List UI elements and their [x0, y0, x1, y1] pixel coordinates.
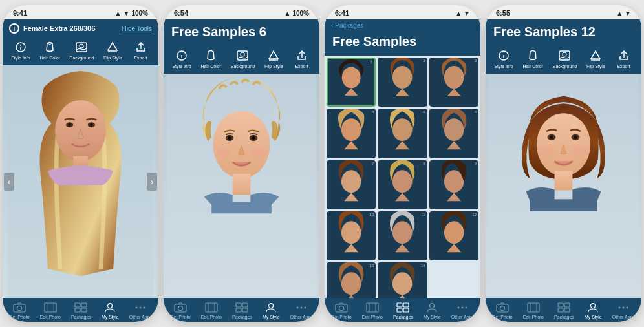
tab-other-apps-2[interactable]: Other Apps: [290, 302, 313, 319]
my-style-icon-4: [586, 302, 600, 313]
tab-packages-3[interactable]: Packages: [393, 302, 413, 319]
svg-point-123: [623, 307, 625, 309]
tab-edit-photo-4[interactable]: Edit Photo: [523, 302, 544, 319]
hair-cell-9[interactable]: 9: [429, 160, 478, 209]
wifi-3: ▼: [464, 10, 470, 17]
action-flip-4[interactable]: Flip Style: [586, 48, 605, 69]
action-hair-color-4[interactable]: Hair Color: [522, 48, 543, 69]
action-style-info-1[interactable]: i Style Info: [11, 40, 30, 60]
packages-icon-1: [74, 302, 88, 313]
svg-point-70: [392, 170, 413, 193]
tab-edit-photo-2[interactable]: Edit Photo: [201, 302, 222, 319]
arrow-left-1[interactable]: ‹: [4, 173, 14, 191]
action-label: Flip Style: [103, 56, 122, 60]
action-label: Style Info: [11, 56, 30, 60]
svg-marker-30: [269, 51, 278, 59]
action-label-2a: Style Info: [172, 64, 191, 69]
svg-marker-100: [591, 51, 600, 59]
toolbar-other-apps-1[interactable]: Other Apps: [129, 302, 152, 319]
tab-my-style-3[interactable]: My Style: [424, 302, 441, 319]
bottom-toolbar-1: Get Photo Edit Photo Packages My Style: [3, 298, 158, 322]
hair-cell-2[interactable]: 2: [378, 58, 427, 107]
other-apps-icon-2: [294, 302, 308, 313]
action-flip-2[interactable]: Flip Style: [264, 48, 283, 69]
hair-cell-12[interactable]: 12: [429, 211, 478, 260]
toolbar-edit-photo-1[interactable]: Edit Photo: [40, 302, 61, 319]
svg-point-54: [305, 307, 306, 309]
hair-cell-6[interactable]: 6: [429, 109, 478, 158]
flip-icon-2: [264, 48, 283, 63]
tab-edit-photo-3[interactable]: Edit Photo: [362, 302, 383, 319]
action-export-4[interactable]: Export: [615, 48, 633, 69]
hair-grid-scroll[interactable]: 1 2: [325, 56, 480, 298]
action-background-4[interactable]: Background: [553, 48, 577, 69]
action-background-2[interactable]: Background: [231, 48, 255, 69]
tab-other-apps-4[interactable]: Other Apps: [612, 302, 635, 319]
svg-point-108: [537, 145, 553, 156]
back-button-3[interactable]: ‹ Packages: [325, 19, 480, 32]
hair-cell-14[interactable]: 14: [378, 262, 427, 298]
cell-num-14: 14: [421, 264, 425, 268]
tab-my-style-2[interactable]: My Style: [263, 302, 280, 319]
svg-rect-21: [81, 308, 87, 312]
svg-point-74: [341, 221, 361, 244]
tab-get-photo-4[interactable]: Get Photo: [492, 302, 513, 319]
cell-num-7: 7: [372, 162, 374, 165]
info-icon-1[interactable]: i: [9, 23, 19, 34]
hair-cell-13[interactable]: 13: [327, 262, 376, 298]
action-label-2d: Flip Style: [264, 64, 283, 69]
tab-other-apps-3[interactable]: Other Apps: [451, 302, 474, 319]
hair-cell-4[interactable]: 4: [327, 109, 376, 158]
tab-packages-2[interactable]: Packages: [232, 302, 252, 319]
cell-num-12: 12: [472, 213, 477, 216]
svg-point-22: [108, 304, 113, 308]
action-style-info-4[interactable]: i Style Info: [494, 48, 513, 69]
other-apps-icon-4: [616, 302, 630, 313]
svg-rect-120: [564, 308, 570, 312]
cell-num-9: 9: [475, 162, 477, 165]
tab-my-style-4[interactable]: My Style: [585, 302, 602, 319]
svg-point-14: [17, 306, 21, 311]
signal-icon-2: ▲: [284, 10, 291, 17]
action-style-info-2[interactable]: i Style Info: [172, 48, 191, 69]
signal-icon-1: ▲: [115, 10, 122, 17]
edit-icon-3: [365, 302, 380, 313]
cell-num-5: 5: [423, 110, 425, 114]
hair-cell-8[interactable]: 8: [378, 160, 427, 209]
status-bar-1: 9:41 ▲ ▼ 100%: [3, 5, 158, 19]
hide-tools-btn[interactable]: Hide Tools: [122, 25, 152, 32]
toolbar-get-photo-1[interactable]: Get Photo: [9, 302, 30, 319]
packages-icon-4: [557, 302, 571, 313]
toolbar-my-style-1[interactable]: My Style: [102, 302, 119, 319]
arrow-right-1[interactable]: ›: [147, 173, 157, 191]
action-flip-style-1[interactable]: Flip Style: [103, 40, 122, 60]
action-export-2[interactable]: Export: [293, 48, 311, 69]
main-image-2: [164, 74, 319, 298]
toolbar-packages-1[interactable]: Packages: [71, 302, 91, 319]
screen-2: Free Samples 6 i Style Info Hair Color: [164, 19, 319, 322]
cell-num-10: 10: [370, 213, 374, 216]
hair-cell-1[interactable]: 1: [327, 58, 376, 107]
svg-rect-20: [75, 308, 80, 312]
action-hair-color-1[interactable]: Hair Color: [39, 40, 60, 60]
export-icon-2: [293, 48, 311, 63]
action-hair-color-2[interactable]: Hair Color: [200, 48, 221, 69]
hair-cell-7[interactable]: 7: [327, 160, 376, 209]
hair-cell-3[interactable]: 3: [429, 58, 478, 107]
svg-rect-13: [14, 304, 25, 312]
tab-get-photo-2[interactable]: Get Photo: [170, 302, 191, 319]
action-export-1[interactable]: Export: [132, 40, 150, 60]
hair-cell-11[interactable]: 11: [378, 211, 427, 260]
hair-cell-10[interactable]: 10: [327, 211, 376, 260]
svg-rect-117: [558, 303, 563, 307]
style-info-icon-1: i: [12, 40, 30, 54]
screen-1: i Female Extra 268/306 Hide Tools i Styl…: [3, 19, 158, 322]
svg-point-94: [462, 307, 464, 309]
tab-got-photo-3[interactable]: Got Photo: [331, 302, 352, 319]
cell-num-2: 2: [423, 59, 425, 63]
signal-4: ▲: [616, 10, 623, 17]
action-background-1[interactable]: Background: [70, 40, 94, 60]
svg-point-39: [252, 148, 267, 157]
tab-packages-4[interactable]: Packages: [554, 302, 574, 319]
hair-cell-5[interactable]: 5: [378, 109, 427, 158]
